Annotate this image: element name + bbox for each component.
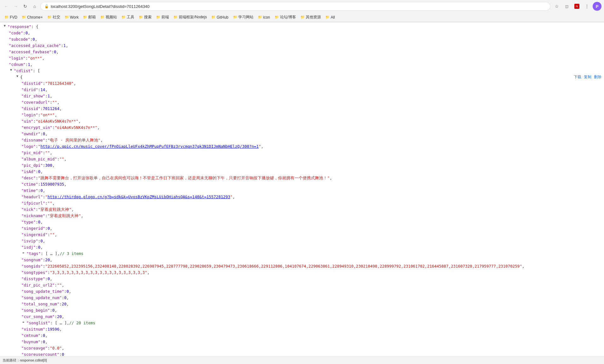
key-code: "code"	[9, 30, 23, 36]
val-plaza: 1	[63, 43, 66, 49]
val-nick: "穿着皮鞋跳大神"	[38, 206, 72, 213]
bookmark-all[interactable]: 📁 All	[323, 14, 337, 20]
val-dir-pic-url2: ""	[57, 282, 62, 288]
json-line-mtime: "mtime" : 0 ,	[0, 188, 604, 194]
bookmark-fvd[interactable]: 📁 FVD	[3, 14, 19, 20]
collapse-obj[interactable]: ▼	[15, 74, 20, 78]
bookmark-github[interactable]: 📁 GitHub	[209, 14, 230, 20]
key-cdnum: "cdnum"	[9, 61, 26, 68]
val-scoreusercount: 0	[62, 351, 64, 357]
key-dir-pic-url2: "dir_pic_url2"	[21, 282, 55, 288]
json-line-response: ▼ "response" : {	[0, 24, 604, 30]
json-line-nick: "nick" : "穿着皮鞋跳大神" ,	[0, 206, 604, 213]
val-subcode: 0	[32, 36, 35, 43]
val-headurl-quote1: "	[45, 194, 48, 200]
bookmark-work[interactable]: 📁 Work	[63, 14, 81, 20]
val-logo-url[interactable]: http://p.qpic.cn/music_cover/fPnOiapLleU…	[40, 143, 258, 150]
val-cur-song-num: 20	[57, 314, 62, 320]
bookmarks-bar: 📁 FVD 📁 Chrome+ 📁 社交 📁 Work 📁 邮箱 📁 视频站 📁…	[0, 13, 604, 22]
bookmark-star-button[interactable]: ☆	[552, 2, 561, 11]
key-cdlist: "cdlist"	[14, 68, 33, 74]
bookmark-search[interactable]: 📁 搜索	[137, 14, 154, 21]
address-bar: 🔓	[40, 2, 550, 11]
json-line-singerid: "singerid" : 0 ,	[0, 225, 604, 232]
folder-icon: 📁	[139, 15, 143, 19]
extensions-button[interactable]: ◫	[562, 2, 571, 11]
key-total-song-num: "total_song_num"	[21, 301, 59, 307]
status-bar: 当前路径：response.cdlist[0]	[0, 356, 604, 357]
key-isad: "isAd"	[21, 169, 36, 175]
folder-icon: 📁	[4, 15, 9, 19]
key-singerid: "singerid"	[21, 225, 45, 232]
json-line-visitnum: "visitnum" : 19596 ,	[0, 326, 604, 332]
json-line-disstid: "disstid" : "7011264340" ,	[0, 80, 604, 87]
key-subcode: "subcode"	[9, 36, 30, 43]
json-line-desc: "desc" : "跳舞不需要舞台，打开这张歌单，自己在房间也可以嗨！不管是工作…	[0, 175, 604, 181]
val-isvip: 0	[40, 238, 43, 244]
key-pic-mid: "pic_mid"	[21, 150, 43, 156]
json-content-area: ▼ "response" : { "code" : 0 , "subcode" …	[0, 22, 604, 357]
bookmark-other[interactable]: 📁 其他资源	[299, 14, 323, 21]
val-logo-quote2: "	[259, 143, 261, 150]
avatar[interactable]: P	[593, 2, 601, 11]
bookmark-chrome-plus[interactable]: 📁 Chrome+	[20, 14, 45, 20]
json-line-dissid: "dissid" : 7011264 ,	[0, 106, 604, 112]
key-logo: "logo"	[21, 143, 36, 150]
home-button[interactable]: ⌂	[31, 3, 38, 10]
key-album-pic-mid: "album_pic_mid"	[21, 156, 57, 162]
key-visitnum: "visitnum"	[21, 326, 45, 332]
val-coveradurl: ""	[52, 99, 57, 106]
bookmark-icon[interactable]: 📁 icon	[256, 14, 272, 20]
forward-button[interactable]: →	[12, 3, 20, 10]
bookmark-tools[interactable]: 📁 工具	[119, 14, 136, 21]
expand-songlist[interactable]: ►	[21, 320, 26, 324]
back-button[interactable]: ←	[3, 3, 10, 10]
folder-icon: 📁	[100, 15, 105, 19]
key-song-update-num: "song_update_num"	[21, 295, 62, 301]
json-line-type: "type" : 0 ,	[0, 219, 604, 225]
json-line-cur-song-num: "cur_song_num" : 20 ,	[0, 314, 604, 320]
url-input[interactable]	[51, 4, 546, 9]
bookmark-frontend[interactable]: 📁 前端	[154, 14, 171, 21]
bookmark-label: 工具	[127, 14, 134, 20]
edit-button[interactable]: 复制	[584, 74, 591, 80]
bookmark-forum[interactable]: 📁 论坛/博客	[273, 14, 298, 21]
folder-icon: 📁	[258, 15, 262, 19]
bookmark-frontend-nodejs[interactable]: 📁 前端框架/Nodejs	[171, 14, 209, 21]
key-headurl: "headurl"	[21, 194, 43, 200]
bookmark-video[interactable]: 📁 视频站	[98, 14, 119, 21]
key-isdj: "isdj"	[21, 244, 36, 251]
nav-bar: ← → ↻ ⌂ 🔓 ☆ ◫ N ⋮ P	[0, 0, 604, 13]
val-album-pic-mid: ""	[59, 156, 64, 162]
folder-icon: 📁	[83, 15, 87, 19]
collapse-response[interactable]: ▼	[3, 24, 7, 28]
browser-chrome: ← → ↻ ⌂ 🔓 ☆ ◫ N ⋮ P 📁 FVD 📁 Chrome+ 📁	[0, 0, 604, 22]
val-singerid: 0	[48, 225, 50, 232]
json-line-cdlist: ▼ "cdlist" : [	[0, 68, 604, 74]
json-line-code: "code" : 0 ,	[0, 30, 604, 36]
profile-button[interactable]: N	[572, 2, 581, 11]
bookmark-learning[interactable]: 📁 学习网站	[231, 14, 255, 21]
val-songids: "232605852,232395156,232408148,228028392…	[45, 263, 522, 269]
json-line-uin: "uin" : "oi4AoKv5NK4s7n**" ,	[0, 118, 604, 124]
val-headurl-url[interactable]: http://thirdqq.qlogo.cn/g?b=sdk&k=UvosBz…	[48, 194, 230, 200]
bookmark-label: Chrome+	[27, 15, 43, 20]
val-cmtnum: 0	[43, 332, 45, 339]
lock-icon: 🔓	[44, 4, 49, 9]
collapse-cdlist[interactable]: ▼	[9, 68, 13, 72]
delete-button[interactable]: 删除	[594, 74, 601, 80]
download-button[interactable]: 下载	[574, 74, 581, 80]
val-dissname: "电子 · 房间里的单人舞池"	[48, 137, 101, 143]
key-dirid: "dirid"	[21, 87, 38, 93]
key-disstype: "disstype"	[21, 276, 45, 282]
val-login2: "on**"	[40, 112, 55, 118]
bookmark-social[interactable]: 📁 社交	[45, 14, 62, 21]
bookmark-label: 视频站	[106, 14, 117, 20]
bookmark-email[interactable]: 📁 邮箱	[81, 14, 98, 21]
val-logo-quote1: "	[38, 143, 41, 150]
menu-button[interactable]: ⋮	[583, 2, 591, 11]
val-ctime: 1559007935	[40, 181, 64, 188]
key-type: "type"	[21, 219, 36, 225]
reload-button[interactable]: ↻	[21, 3, 29, 10]
expand-tags[interactable]: ►	[21, 251, 26, 255]
